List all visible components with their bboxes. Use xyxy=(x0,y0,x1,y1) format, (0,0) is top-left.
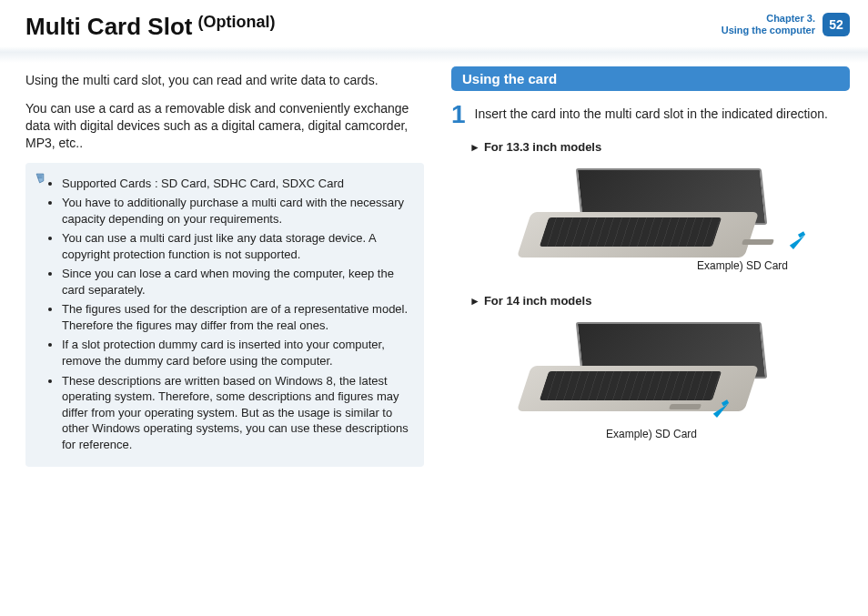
intro-paragraph-2: You can use a card as a removable disk a… xyxy=(25,100,424,152)
note-item: You have to additionally purchase a mult… xyxy=(62,195,411,227)
page: Multi Card Slot (Optional) Chapter 3. Us… xyxy=(0,0,868,616)
note-icon xyxy=(35,172,47,185)
chapter-label: Chapter 3. Using the computer xyxy=(722,13,815,36)
figure-13-inch: Example) SD Card xyxy=(488,159,815,278)
model-14-label: ►For 14 inch models xyxy=(469,294,850,308)
intro-paragraph-1: Using the multi card slot, you can read … xyxy=(25,72,424,89)
laptop-keyboard xyxy=(540,371,722,400)
figure-14-caption: Example) SD Card xyxy=(606,428,697,440)
note-item: These descriptions are written based on … xyxy=(62,373,411,453)
figure-14-inch: Example) SD Card xyxy=(488,313,815,449)
svg-rect-1 xyxy=(722,399,729,406)
step-row: 1 Insert the card into the multi card sl… xyxy=(451,102,850,127)
sd-card-illustration xyxy=(742,239,774,245)
note-box: Supported Cards : SD Card, SDHC Card, SD… xyxy=(25,163,424,468)
model-13-label: ►For 13.3 inch models xyxy=(469,140,850,154)
step-text: Insert the card into the multi card slot… xyxy=(475,106,828,123)
model-13-text: For 13.3 inch models xyxy=(484,140,601,154)
insert-arrow-icon xyxy=(704,399,730,424)
section-heading: Using the card xyxy=(451,66,850,91)
page-title: Multi Card Slot xyxy=(25,13,192,41)
left-column: Using the multi card slot, you can read … xyxy=(25,66,424,467)
page-subtitle: (Optional) xyxy=(197,13,275,32)
svg-rect-0 xyxy=(798,231,805,237)
note-item: You can use a multi card just like any d… xyxy=(62,230,411,262)
step-number: 1 xyxy=(451,102,466,127)
sd-card-illustration xyxy=(669,404,701,409)
page-header: Multi Card Slot (Optional) Chapter 3. Us… xyxy=(0,0,868,41)
header-shadow xyxy=(0,46,868,63)
note-item: The figures used for the description are… xyxy=(62,301,411,333)
page-number-badge: 52 xyxy=(823,13,850,36)
header-right: Chapter 3. Using the computer 52 xyxy=(722,13,850,36)
chapter-line-1: Chapter 3. xyxy=(722,13,815,25)
laptop-keyboard xyxy=(540,217,722,247)
insert-arrow-icon xyxy=(781,230,806,256)
triangle-icon: ► xyxy=(469,295,480,308)
note-item: Supported Cards : SD Card, SDHC Card, SD… xyxy=(62,176,411,192)
intro-text: Using the multi card slot, you can read … xyxy=(25,72,424,152)
note-item: If a slot protection dummy card is inser… xyxy=(62,337,411,369)
laptop-illustration xyxy=(524,168,752,259)
chapter-line-2: Using the computer xyxy=(722,25,815,36)
note-item: Since you can lose a card when moving th… xyxy=(62,266,411,298)
right-column: Using the card 1 Insert the card into th… xyxy=(451,66,850,467)
model-14-text: For 14 inch models xyxy=(484,294,591,308)
triangle-icon: ► xyxy=(469,141,480,154)
figure-13-caption: Example) SD Card xyxy=(697,259,788,272)
note-list: Supported Cards : SD Card, SDHC Card, SD… xyxy=(38,176,411,453)
content-columns: Using the multi card slot, you can read … xyxy=(0,63,868,467)
